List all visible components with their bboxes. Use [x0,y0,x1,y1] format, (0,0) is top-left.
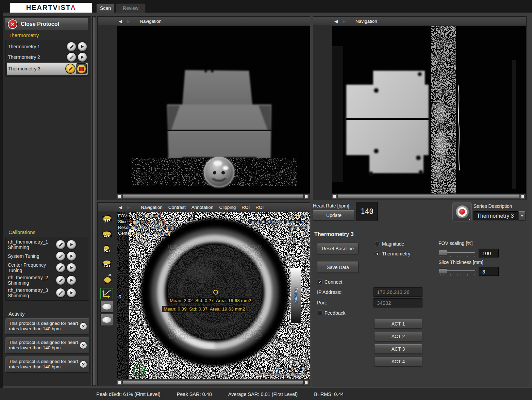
play-icon[interactable] [67,252,76,261]
prev-series-icon[interactable]: ◀ [119,19,122,24]
calibration-item[interactable]: rth_thermometry_1 Shimming [7,238,88,251]
ip-address-field[interactable]: 172.26.213.26 [373,287,422,297]
calibration-item[interactable]: System Tuning [7,251,88,261]
h-scrollbar[interactable] [117,194,309,199]
menu-contrast[interactable]: Contrast [168,205,186,210]
reset-baseline-button[interactable]: Reset Baseline [317,243,359,254]
calibration-item-label: Center Frequency Tuning [8,262,54,273]
ellipse-roi-button[interactable] [100,301,113,313]
slider-handle[interactable] [439,250,447,255]
act-2-button[interactable]: ACT 2 [374,332,422,341]
scrollbar-left-button[interactable] [332,194,337,199]
close-protocol-button[interactable]: × Close Protocol [5,18,88,30]
edit-icon[interactable] [56,252,65,261]
slice-thickness-slider[interactable] [439,268,475,276]
scrollbar-right-button[interactable] [520,194,525,199]
edit-icon[interactable] [56,240,65,249]
fov-scaling-value[interactable]: 100 [479,249,499,257]
tab-scan[interactable]: Scan [96,3,115,13]
view-coronal-button[interactable]: Co [100,258,114,271]
dismiss-icon[interactable]: × [80,342,87,349]
mri-sagittal-view[interactable] [332,26,526,194]
view-axial-button[interactable]: Ax [100,228,114,241]
menu-roi-1[interactable]: ROI [242,205,250,210]
play-icon[interactable] [67,263,76,272]
protocol-item-thermometry-3-selected[interactable]: Thermometry 3 [7,63,88,75]
slice-thickness-value[interactable]: 3 [479,267,499,276]
prev-series-icon[interactable]: ◀ [334,19,338,24]
view-oblique-button[interactable] [100,273,114,286]
logo-text: HEARTV [26,4,58,12]
panel-navigation-coronal: ◀ ▶ Navigation [97,16,310,200]
view-3plane-button[interactable]: 3P [100,213,114,227]
menu-navigation[interactable]: Navigation [141,205,163,210]
edit-icon[interactable] [67,53,76,62]
scrollbar-right-button[interactable] [304,380,309,385]
connect-checkbox-label[interactable]: Connect [325,279,342,285]
h-scrollbar[interactable] [332,194,525,199]
scrollbar-left-button[interactable] [117,194,122,199]
scrollbar-right-button[interactable] [304,194,309,199]
next-series-icon[interactable]: ▶ [127,19,130,24]
update-heart-rate-button[interactable]: Update [313,210,355,220]
edit-icon[interactable] [56,276,65,285]
view-sagittal-button[interactable]: Sa [100,243,114,256]
mri-axial-view[interactable]: FOV: 240 X 240 [mm]Slice Thickness: 3 [m… [117,212,310,379]
slider-handle[interactable] [439,268,447,274]
connect-checkbox[interactable]: ✓ [318,280,322,284]
edit-icon[interactable] [56,263,65,272]
magnitude-radio-label[interactable]: Magnitude [382,241,404,247]
save-data-button[interactable]: Save Data [317,262,359,273]
scrollbar-left-button[interactable] [117,380,122,385]
protocol-item-thermometry-1[interactable]: Thermometry 1 [7,41,88,52]
protocol-item-thermometry-2[interactable]: Thermometry 2 [7,52,88,62]
act-1-button[interactable]: ACT 1 [374,319,422,329]
dismiss-icon[interactable]: × [80,361,87,368]
play-icon[interactable] [67,240,76,249]
menu-annotation[interactable]: Annotation [192,205,214,210]
record-icon [456,205,469,218]
menu-clipping[interactable]: Clipping [219,205,236,210]
record-button[interactable]: ▾ [452,202,472,221]
magnitude-radio[interactable] [375,241,380,246]
act-4-button[interactable]: ACT 4 [374,357,422,366]
next-series-icon[interactable]: ▶ [343,19,346,24]
calibration-item[interactable]: Center Frequency Tuning [7,262,88,274]
rescale-bar[interactable]: Rescale [290,268,301,323]
dismiss-icon[interactable]: × [80,323,87,330]
thermometry-radio-label[interactable]: Thermometry [382,251,410,256]
scrollbar-track[interactable] [122,380,303,385]
calibration-item[interactable]: rth_thermometry_2 Shimming [7,274,88,286]
update-button-label: Update [326,213,342,218]
prev-series-icon[interactable]: ◀ [119,205,122,210]
feedback-checkbox-label[interactable]: Feedback [325,310,345,316]
scrollbar-track[interactable] [337,194,520,199]
menu-roi-2[interactable]: ROI [255,205,264,210]
close-protocol-icon: × [8,19,17,29]
h-scrollbar[interactable] [117,380,309,385]
feedback-checkbox[interactable] [318,311,322,315]
series-dropdown-button[interactable]: ▾ [518,211,526,220]
play-icon[interactable] [67,276,76,285]
series-description-select[interactable]: Thermometry 3 [473,211,518,220]
port-field[interactable]: 34932 [373,298,422,307]
fov-scaling-slider[interactable] [439,250,475,258]
thermometry-radio[interactable] [375,251,380,256]
edit-icon[interactable] [56,288,65,297]
next-series-icon[interactable]: ▶ [127,205,130,210]
ellipse-roi-button-2[interactable] [100,314,113,326]
act-3-button[interactable]: ACT 3 [374,344,422,354]
play-icon[interactable] [67,288,76,297]
play-icon[interactable] [78,42,87,51]
edit-icon[interactable] [67,42,76,51]
record-dropdown-icon: ▾ [469,217,470,221]
edit-active-icon[interactable] [66,64,75,73]
tab-review[interactable]: Review [116,3,146,13]
play-icon[interactable] [78,53,87,62]
sidebar-scrollbar[interactable] [92,16,96,386]
stop-scan-button[interactable] [76,64,86,74]
scrollbar-track[interactable] [122,194,303,199]
plot-tool-button[interactable] [100,288,113,299]
calibration-item[interactable]: rth_thermometry_3 Shimming [7,287,88,299]
mri-coronal-view[interactable] [117,26,310,194]
